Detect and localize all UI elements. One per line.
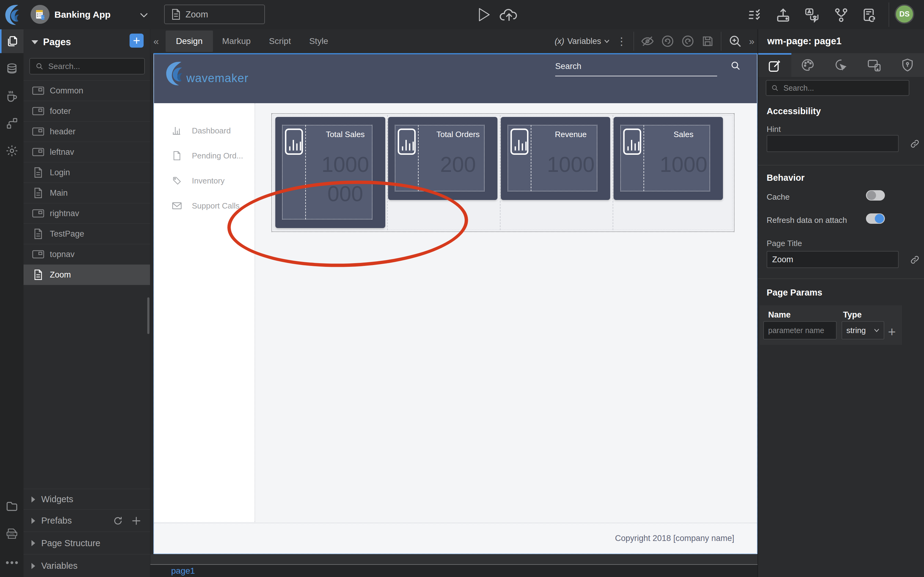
canvas-search-underline xyxy=(555,76,717,76)
param-type-select[interactable]: string xyxy=(842,321,884,340)
git-branch-icon[interactable] xyxy=(834,7,849,23)
nav-item-dashboard[interactable]: Dashboard xyxy=(154,121,255,140)
collapse-caret-icon[interactable] xyxy=(31,40,38,44)
page-item-rightnav[interactable]: rightnav xyxy=(24,203,150,224)
mode-tabs: Design Markup Script Style xyxy=(166,31,337,52)
search-icon[interactable] xyxy=(730,60,741,71)
rail-more-button[interactable] xyxy=(0,551,24,575)
add-param-button[interactable]: + xyxy=(888,324,896,340)
page-title-input[interactable] xyxy=(767,251,899,268)
page-item-leftnav[interactable]: leftnav xyxy=(24,142,150,163)
page-item-header[interactable]: header xyxy=(24,121,150,142)
cache-label: Cache xyxy=(767,192,790,202)
canvas-brand: wavemaker xyxy=(165,59,249,87)
page-item-topnav[interactable]: topnav xyxy=(24,244,150,265)
refresh-prefabs-icon[interactable] xyxy=(113,516,123,526)
more-options-icon[interactable]: ⋮ xyxy=(616,35,627,47)
rail-java-services-button[interactable] xyxy=(0,84,24,108)
rail-settings-button[interactable] xyxy=(0,139,24,163)
partial-icon xyxy=(32,86,44,95)
design-canvas[interactable]: wavemaker Search Dashboard Pending xyxy=(153,53,758,554)
tab-properties[interactable] xyxy=(758,53,792,77)
bind-link-icon[interactable] xyxy=(909,255,920,265)
tab-markup[interactable]: Markup xyxy=(213,31,260,52)
toolbar-divider xyxy=(633,32,634,51)
section-variables[interactable]: Variables xyxy=(24,554,150,577)
accessibility-heading: Accessibility xyxy=(767,106,821,116)
tab-style[interactable]: Style xyxy=(300,31,337,52)
section-prefabs[interactable]: Prefabs xyxy=(24,509,150,532)
tab-events[interactable] xyxy=(824,53,858,77)
user-avatar[interactable]: DS xyxy=(895,4,914,24)
rail-pages-button[interactable] xyxy=(0,29,24,53)
collapse-panel-chevron[interactable]: « xyxy=(153,36,159,47)
redo-icon[interactable] xyxy=(681,34,695,48)
page-item-testpage[interactable]: TestPage xyxy=(24,224,150,244)
open-page-tab[interactable]: Zoom xyxy=(164,5,265,24)
canvas-footer[interactable]: Copyright 2018 [company name] xyxy=(154,523,757,553)
pages-panel: Pages Common footer header xyxy=(24,29,150,577)
breadcrumb-page1[interactable]: page1 xyxy=(171,566,195,576)
add-page-button[interactable] xyxy=(129,34,144,48)
nav-item-inventory[interactable]: Inventory xyxy=(154,172,255,190)
tab-security[interactable] xyxy=(891,53,924,77)
preview-eye-icon[interactable] xyxy=(641,34,654,48)
project-name[interactable]: Banking App xyxy=(54,0,111,29)
shield-key-icon xyxy=(900,58,914,72)
rail-logs-button[interactable]: LOG xyxy=(0,522,24,546)
properties-search[interactable] xyxy=(766,80,909,96)
page-item-zoom[interactable]: Zoom xyxy=(24,265,150,285)
section-divider xyxy=(758,165,924,166)
rail-apis-button[interactable] xyxy=(0,111,24,135)
refresh-data-toggle[interactable] xyxy=(866,213,885,224)
tab-styles[interactable] xyxy=(792,53,825,77)
canvas-search-label[interactable]: Search xyxy=(555,62,582,71)
undo-icon[interactable] xyxy=(661,34,674,48)
properties-search-input[interactable] xyxy=(783,83,894,93)
export-artifact-icon[interactable] xyxy=(775,7,791,23)
variables-dropdown[interactable]: (x) Variables xyxy=(554,37,610,46)
copyright-text: Copyright 2018 [company name] xyxy=(615,523,734,553)
pages-search-input[interactable] xyxy=(48,61,131,71)
search-icon xyxy=(36,62,44,70)
nav-item-pending-orders[interactable]: Pending Ord... xyxy=(154,147,255,165)
selected-widget-title: wm-page: page1 xyxy=(767,29,842,53)
file-sync-icon[interactable] xyxy=(861,7,876,23)
section-page-structure[interactable]: Page Structure xyxy=(24,532,150,554)
page-item-main[interactable]: Main xyxy=(24,183,150,203)
run-button[interactable] xyxy=(478,7,490,22)
partial-icon xyxy=(32,147,44,157)
save-icon[interactable] xyxy=(701,35,714,48)
card-title: Total Sales xyxy=(305,130,385,139)
param-name-input[interactable] xyxy=(763,321,837,340)
tab-script[interactable]: Script xyxy=(260,31,300,52)
add-prefab-icon[interactable] xyxy=(131,516,142,526)
pages-scrollbar[interactable] xyxy=(147,297,149,334)
cache-toggle[interactable] xyxy=(866,190,885,201)
section-widgets[interactable]: Widgets xyxy=(24,489,150,509)
page-item-footer[interactable]: footer xyxy=(24,101,150,121)
card-value: 1000 xyxy=(656,150,711,179)
card-sales[interactable]: Sales 1000 xyxy=(614,117,723,200)
page-item-login[interactable]: Login xyxy=(24,163,150,183)
tab-design[interactable]: Design xyxy=(166,31,213,52)
localization-icon[interactable] xyxy=(804,7,819,23)
expand-panel-chevron[interactable]: » xyxy=(749,36,754,47)
zoom-in-icon[interactable] xyxy=(728,34,742,48)
rail-files-button[interactable] xyxy=(0,494,24,518)
chart-icon xyxy=(284,128,304,155)
chart-icon xyxy=(623,128,642,155)
column-guide xyxy=(500,115,501,230)
card-revenue[interactable]: Revenue 1000 xyxy=(501,117,610,200)
pages-search[interactable] xyxy=(29,58,145,74)
bind-link-icon[interactable] xyxy=(909,139,920,149)
checklist-icon[interactable] xyxy=(747,7,762,23)
page-item-common[interactable]: Common xyxy=(24,80,150,101)
chevron-down-icon[interactable] xyxy=(140,13,148,18)
rail-database-button[interactable] xyxy=(0,57,24,81)
project-icon[interactable] xyxy=(31,5,50,24)
canvas-app-header[interactable]: wavemaker Search xyxy=(154,54,757,103)
hint-input[interactable] xyxy=(767,135,899,152)
tab-devices[interactable] xyxy=(858,53,891,77)
deploy-cloud-button[interactable] xyxy=(499,8,519,23)
